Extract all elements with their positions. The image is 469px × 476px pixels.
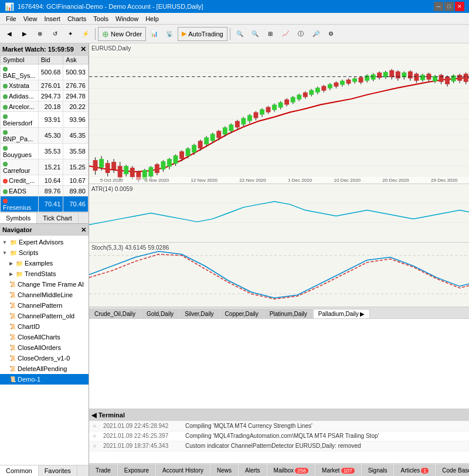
- toolbar-chart-btn[interactable]: 📊: [147, 27, 161, 41]
- new-order-button[interactable]: ⊕ New Order: [98, 27, 146, 41]
- market-row[interactable]: Carrefour 15.21 15.25: [1, 159, 89, 175]
- nav-item[interactable]: 📜ChannelPattern: [0, 300, 89, 311]
- nav-item[interactable]: 📜DeleteAllPending: [0, 363, 89, 374]
- nav-item[interactable]: 📜Demo-1: [0, 374, 89, 385]
- autotrading-button[interactable]: ▶ AutoTrading: [178, 27, 227, 41]
- autotrading-label: AutoTrading: [188, 30, 223, 38]
- menu-item-charts[interactable]: Charts: [64, 14, 90, 23]
- svg-rect-31: [161, 161, 165, 169]
- bottom-tab-alerts[interactable]: Alerts: [239, 464, 267, 476]
- market-row[interactable]: Beiersdorf 93.91 93.96: [1, 112, 89, 128]
- nav-item-label: CloseOrders_v1-0: [18, 355, 70, 362]
- nav-item-label: ChartID: [18, 323, 40, 330]
- log-time: 2021.01.09 18:37:45.343: [100, 441, 182, 451]
- symbol-cell: Beiersdorf: [1, 112, 39, 128]
- price-chart-svg: [89, 43, 469, 183]
- log-row: ○ 2021.01.09 22:45:28.942 Compiling 'MQL…: [89, 421, 469, 431]
- bottom-tab-mailbox[interactable]: Mailbox 256: [267, 464, 315, 476]
- close-button[interactable]: ✕: [455, 2, 464, 11]
- nav-item[interactable]: ▶📁TrendStats: [0, 268, 89, 279]
- symbol-cell: BAE_Sys...: [1, 64, 39, 80]
- menu-bar: FileViewInsertChartsToolsWindowHelp: [0, 13, 469, 25]
- toolbar-search[interactable]: 🔎: [309, 27, 323, 41]
- market-row[interactable]: Bouygues 35.53 35.58: [1, 144, 89, 159]
- toolbar-btn-1[interactable]: ⊕: [33, 27, 47, 41]
- menu-item-file[interactable]: File: [2, 14, 20, 23]
- market-row[interactable]: BAE_Sys... 500.68 500.93: [1, 64, 89, 80]
- script-icon: 📜: [9, 292, 16, 298]
- bottom-tab-code-base[interactable]: Code Base: [436, 464, 469, 476]
- navigator-title: Navigator: [2, 226, 32, 233]
- atr-chart[interactable]: ATR(14) 0.0059 0.0084 0.0049: [89, 184, 469, 243]
- nav-item[interactable]: 📜CloseAllOrders: [0, 342, 89, 353]
- market-watch-close-icon[interactable]: ✕: [80, 45, 86, 53]
- chart-tab-platinum[interactable]: Platinum,Daily: [264, 309, 312, 318]
- stoch-chart[interactable]: Stoch(5,3,3) 43.6145 59.0286 100 80 20: [89, 243, 469, 307]
- toolbar-zoom-1[interactable]: ⊞: [263, 27, 277, 41]
- nav-item[interactable]: 📜ChannelMiddleLine: [0, 290, 89, 300]
- menu-item-help[interactable]: Help: [142, 14, 162, 23]
- svg-rect-79: [309, 90, 314, 95]
- navigator-close-icon[interactable]: ✕: [81, 226, 86, 234]
- nav-item[interactable]: 📜ChartID: [0, 321, 89, 332]
- main-price-chart[interactable]: EURUSD,Daily 1.2390 1.2290 1.22226 1.219…: [89, 43, 469, 184]
- nav-tab-common[interactable]: Common: [0, 465, 39, 476]
- nav-item[interactable]: ▼📁Scripts: [0, 247, 89, 258]
- bid-cell: 294.73: [38, 91, 63, 101]
- toolbar-zoom-out[interactable]: 🔍: [248, 27, 262, 41]
- menu-item-tools[interactable]: Tools: [90, 14, 112, 23]
- market-row[interactable]: BNP_Pa... 45.30 45.35: [1, 128, 89, 144]
- nav-item[interactable]: 📜CloseAllCharts: [0, 332, 89, 342]
- toolbar-btn-4[interactable]: ⚡: [79, 27, 93, 41]
- toolbar-forward-btn[interactable]: ▶: [18, 27, 32, 41]
- bottom-tab-exposure[interactable]: Exposure: [118, 464, 155, 476]
- market-row[interactable]: Adidas... 294.73 294.78: [1, 91, 89, 101]
- nav-item[interactable]: ▶📁Examples: [0, 258, 89, 268]
- nav-item[interactable]: 📜CloseOrders_v1-0: [0, 353, 89, 363]
- toolbar-signal-btn[interactable]: 📡: [162, 27, 176, 41]
- bottom-tab-trade[interactable]: Trade: [89, 464, 117, 476]
- mw-tab-tick[interactable]: Tick Chart: [37, 213, 79, 223]
- bottom-tab-signals[interactable]: Signals: [362, 464, 394, 476]
- svg-rect-71: [284, 100, 289, 105]
- menu-item-insert[interactable]: Insert: [40, 14, 64, 23]
- market-row[interactable]: Xstrata 276.01 276.76: [1, 80, 89, 91]
- chart-tab-palladium[interactable]: Palladium,Daily ▶: [313, 309, 371, 318]
- log-row: ○ 2021.01.09 22:45:25.397 Compiling 'MQL…: [89, 431, 469, 441]
- chart-tab-gold[interactable]: Gold,Daily: [141, 309, 179, 318]
- svg-rect-97: [365, 76, 369, 81]
- menu-item-view[interactable]: View: [20, 14, 41, 23]
- nav-item[interactable]: 📜ChannelPattern_old: [0, 311, 89, 321]
- market-row[interactable]: Credit_... 10.64 10.67: [1, 175, 89, 186]
- collapse-icon[interactable]: ◀: [91, 412, 96, 419]
- market-row[interactable]: Fresenius 70.41 70.46: [1, 196, 89, 212]
- log-content: ○ 2021.01.09 22:45:28.942 Compiling 'MQL…: [89, 421, 469, 463]
- minimize-button[interactable]: ─: [434, 2, 443, 11]
- toolbar-indicator[interactable]: Ⓘ: [294, 27, 308, 41]
- market-row[interactable]: EADS 89.76 89.80: [1, 186, 89, 196]
- mw-tab-symbols[interactable]: Symbols: [0, 213, 37, 223]
- menu-item-window[interactable]: Window: [112, 14, 142, 23]
- market-row[interactable]: Arcelor... 20.18 20.22: [1, 101, 89, 112]
- toolbar-back-btn[interactable]: ◀: [2, 27, 16, 41]
- bottom-tab-articles[interactable]: Articles 1: [394, 464, 435, 476]
- nav-tab-favorites[interactable]: Favorites: [39, 465, 77, 476]
- chart-tab-silver[interactable]: Silver,Daily: [179, 309, 219, 318]
- toolbar-btn-2[interactable]: ↺: [48, 27, 62, 41]
- script-icon: 📜: [9, 302, 16, 308]
- chart-tab-crude[interactable]: Crude_Oil,Daily: [89, 309, 141, 318]
- toolbar-settings[interactable]: ⚙: [324, 27, 338, 41]
- bottom-tab-news[interactable]: News: [210, 464, 238, 476]
- bottom-tab-market[interactable]: Market 107: [315, 464, 361, 476]
- toolbar-btn-3[interactable]: ✦: [63, 27, 77, 41]
- toolbar-zoom-in[interactable]: 🔍: [233, 27, 247, 41]
- nav-item[interactable]: 📜Change Time Frame AI: [0, 279, 89, 290]
- svg-rect-95: [359, 77, 363, 83]
- chart-tab-copper[interactable]: Copper,Daily: [220, 309, 264, 318]
- nav-item[interactable]: ▼📁Expert Advisors: [0, 237, 89, 247]
- maximize-button[interactable]: □: [444, 2, 454, 11]
- toolbar-chart-type[interactable]: 📈: [278, 27, 293, 41]
- bottom-tabs: TradeExposureAccount HistoryNewsAlertsMa…: [89, 463, 469, 476]
- bottom-tab-account-history[interactable]: Account History: [156, 464, 210, 476]
- nav-item-label: Demo-1: [18, 376, 40, 383]
